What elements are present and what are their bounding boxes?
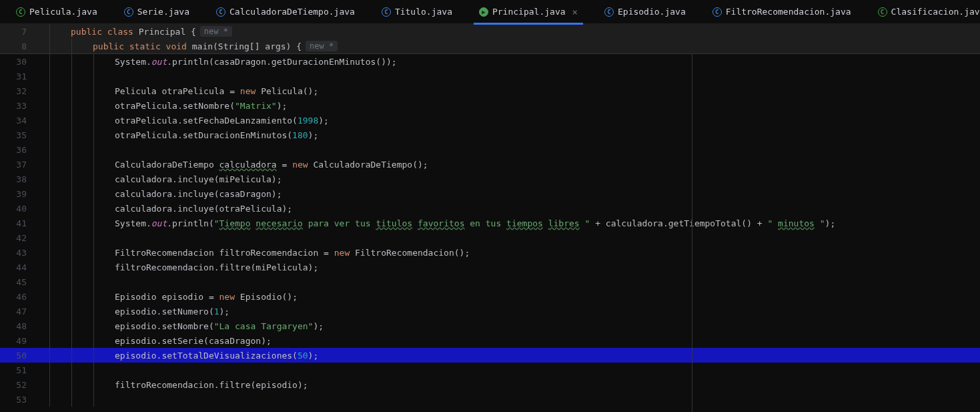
tab-titulo[interactable]: CTitulo.java [376, 0, 458, 24]
code-line[interactable]: 40calculadora.incluye(otraPelicula); [0, 201, 980, 216]
code-content: Episodio episodio = new Episodio(); [115, 292, 298, 302]
line-number: 45 [0, 277, 39, 287]
code-editor[interactable]: 30System.out.println(casaDragon.getDurac… [0, 54, 980, 407]
indent-guide [49, 172, 50, 186]
tab-calculadoradetiempo[interactable]: CCalculadoraDeTiempo.java [211, 0, 360, 24]
code-line[interactable]: 39calculadora.incluye(casaDragon); [0, 186, 980, 201]
code-line[interactable]: 37CalculadoraDeTiempo calculadora = new … [0, 157, 980, 172]
java-class-icon: C [604, 7, 614, 17]
line-number: 41 [0, 218, 39, 228]
code-line[interactable]: 38calculadora.incluye(miPelicula); [0, 172, 980, 186]
indent-guide [71, 304, 72, 319]
tab-serie[interactable]: CSerie.java [119, 0, 195, 24]
tab-episodio[interactable]: CEpisodio.java [599, 0, 691, 24]
indent-guide [71, 142, 72, 157]
code-line[interactable]: 44filtroRecomendacion.filtre(miPelicula)… [0, 260, 980, 274]
code-content: public class Principal { [71, 27, 196, 37]
indent-guide [49, 113, 50, 128]
line-number: 44 [0, 262, 39, 272]
code-line[interactable]: 49episodio.setSerie(casaDragon); [0, 333, 980, 348]
line-number: 48 [0, 321, 39, 331]
code-line[interactable]: 52filtroRecomendacion.filtre(episodio); [0, 377, 980, 392]
indent-guide [93, 348, 94, 363]
code-line[interactable]: 41System.out.println("Tiempo necesario p… [0, 216, 980, 230]
indent-guide [71, 348, 72, 363]
code-content: calculadora.incluye(casaDragon); [115, 189, 282, 199]
indent-guide [71, 98, 72, 113]
code-line[interactable]: 45 [0, 274, 980, 289]
code-line[interactable]: 53 [0, 392, 980, 407]
code-line[interactable]: 30System.out.println(casaDragon.getDurac… [0, 54, 980, 69]
indent-guide [93, 392, 94, 407]
line-number: 51 [0, 365, 39, 375]
code-line[interactable]: 50episodio.setTotalDeVisualizaciones(50)… [0, 348, 980, 363]
sticky-line[interactable]: 8public static void main(String[] args) … [0, 39, 980, 53]
code-line[interactable]: 48episodio.setNombre("La casa Targaryen"… [0, 319, 980, 333]
tab-label: CalculadoraDeTiempo.java [229, 7, 355, 17]
indent-guide [93, 157, 94, 172]
line-number: 32 [0, 86, 39, 96]
code-line[interactable]: 47episodio.setNumero(1); [0, 304, 980, 319]
indent-guide [71, 54, 72, 69]
code-line[interactable]: 46Episodio episodio = new Episodio(); [0, 289, 980, 304]
code-line[interactable]: 33otraPelicula.setNombre("Matrix"); [0, 98, 980, 113]
indent-guide [93, 83, 94, 98]
java-class-icon: C [712, 7, 722, 17]
code-content: Pelicula otraPelicula = new Pelicula(); [115, 86, 318, 96]
code-content: episodio.setTotalDeVisualizaciones(50); [115, 351, 318, 361]
sticky-line[interactable]: 7public class Principal {new * [0, 24, 980, 39]
indent-guide [49, 69, 50, 83]
close-icon[interactable]: × [572, 7, 578, 17]
indent-guide [93, 216, 94, 230]
indent-guide [49, 348, 50, 363]
line-number: 39 [0, 189, 39, 199]
code-line[interactable]: 32Pelicula otraPelicula = new Pelicula()… [0, 83, 980, 98]
right-margin-guide [692, 53, 692, 412]
indent-guide [49, 83, 50, 98]
indent-guide [71, 289, 72, 304]
tab-principal[interactable]: ▶Principal.java× [474, 0, 583, 24]
indent-guide [93, 363, 94, 377]
indent-guide [49, 319, 50, 333]
indent-guide [93, 333, 94, 348]
tab-clasificacion[interactable]: CClasificacion.java [873, 0, 980, 24]
java-class-icon: C [878, 7, 887, 17]
indent-guide [93, 260, 94, 274]
indent-guide [71, 186, 72, 201]
line-number: 33 [0, 101, 39, 111]
indent-guide [93, 201, 94, 216]
code-content: calculadora.incluye(miPelicula); [115, 174, 282, 184]
code-line[interactable]: 51 [0, 363, 980, 377]
code-line[interactable]: 42 [0, 230, 980, 245]
indent-guide [71, 274, 72, 289]
indent-guide [49, 39, 50, 53]
indent-guide [49, 245, 50, 260]
code-line[interactable]: 31 [0, 69, 980, 83]
code-line[interactable]: 43FiltroRecomendacion filtroRecomendacio… [0, 245, 980, 260]
indent-guide [93, 142, 94, 157]
code-content: otraPelicula.setDuracionEnMinutos(180); [115, 130, 318, 140]
indent-guide [49, 128, 50, 142]
indent-guide [49, 98, 50, 113]
indent-guide [71, 201, 72, 216]
indent-guide [71, 392, 72, 407]
code-line[interactable]: 36 [0, 142, 980, 157]
java-class-icon: C [382, 7, 391, 17]
tab-label: Principal.java [492, 7, 566, 17]
code-line[interactable]: 35otraPelicula.setDuracionEnMinutos(180)… [0, 128, 980, 142]
inlay-hint: new * [306, 41, 338, 51]
tab-label: Episodio.java [618, 7, 686, 17]
code-content: otraPelicula.setFechaDeLanzamiento(1998)… [115, 116, 329, 126]
code-line[interactable]: 34otraPelicula.setFechaDeLanzamiento(199… [0, 113, 980, 128]
indent-guide [93, 128, 94, 142]
tab-pelicula[interactable]: CPelicula.java [11, 0, 103, 24]
tab-filtrorecomendacion[interactable]: CFiltroRecomendacion.java [707, 0, 857, 24]
indent-guide [93, 113, 94, 128]
indent-guide [93, 98, 94, 113]
code-content: otraPelicula.setNombre("Matrix"); [115, 101, 287, 111]
indent-guide [49, 54, 50, 69]
line-number: 31 [0, 71, 39, 81]
indent-guide [93, 54, 94, 69]
line-number: 50 [0, 351, 39, 361]
tab-label: FiltroRecomendacion.java [726, 7, 851, 17]
